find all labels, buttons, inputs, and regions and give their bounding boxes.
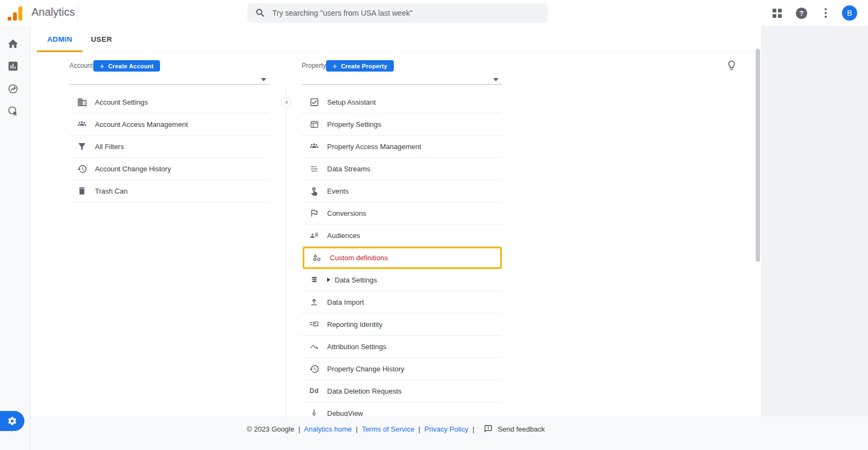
top-bar: Analytics ? B <box>0 0 868 26</box>
home-icon[interactable] <box>7 38 19 50</box>
events-item[interactable]: Events <box>302 180 502 202</box>
all-filters-item[interactable]: All Filters <box>69 136 270 158</box>
app-title: Analytics <box>31 6 75 18</box>
list-item-label: Audiences <box>327 232 360 240</box>
checklist-icon <box>308 97 320 107</box>
shapes-icon <box>311 253 323 263</box>
property-access-item[interactable]: Property Access Management <box>302 136 502 158</box>
search-input[interactable] <box>272 9 533 17</box>
history-icon <box>308 363 320 374</box>
list-item-label: Custom definitions <box>330 254 388 262</box>
privacy-policy-link[interactable]: Privacy Policy <box>424 425 468 433</box>
attribution-settings-item[interactable]: Attribution Settings <box>302 336 502 358</box>
reporting-identity-item[interactable]: Reporting Identity <box>302 313 502 336</box>
data-deletion-requests-item[interactable]: Dd Data Deletion Requests <box>302 380 502 402</box>
tap-icon <box>308 185 320 196</box>
list-item-label: Property Settings <box>327 120 381 128</box>
gear-icon <box>7 416 17 426</box>
upload-icon <box>308 297 320 307</box>
list-item-label: Reporting Identity <box>327 320 382 329</box>
data-streams-item[interactable]: Data Streams <box>302 158 502 180</box>
property-column-label: Property <box>302 62 326 69</box>
list-item-label: Property Access Management <box>327 143 421 151</box>
list-item-label: Trash Can <box>95 187 127 195</box>
trash-can-item[interactable]: Trash Can <box>69 180 270 202</box>
data-import-item[interactable]: Data Import <box>302 291 502 313</box>
people-icon <box>76 119 88 130</box>
more-menu-icon[interactable] <box>822 6 829 20</box>
tab-admin[interactable]: ADMIN <box>37 26 82 52</box>
page-background <box>761 26 868 416</box>
terms-of-service-link[interactable]: Terms of Service <box>362 425 414 433</box>
list-item-label: Attribution Settings <box>327 343 386 351</box>
audiences-item[interactable]: Audiences <box>302 224 502 247</box>
create-account-button[interactable]: + Create Account <box>93 60 160 72</box>
collapse-column-button[interactable] <box>281 97 291 107</box>
list-item-label: Conversions <box>327 209 366 217</box>
building-icon <box>76 97 88 107</box>
list-item-label: Account Access Management <box>95 120 188 128</box>
account-settings-item[interactable]: Account Settings <box>69 91 270 113</box>
list-item-label: Data Deletion Requests <box>327 387 401 395</box>
reports-icon[interactable] <box>7 60 19 72</box>
setup-assistant-item[interactable]: Setup Assistant <box>302 91 502 113</box>
streams-icon <box>308 163 320 174</box>
property-selector[interactable] <box>302 74 502 85</box>
identity-icon <box>308 319 320 330</box>
column-divider <box>286 87 286 416</box>
list-item-label: Account Settings <box>95 98 148 106</box>
list-item-label: Property Change History <box>327 365 404 373</box>
send-feedback-link[interactable]: Send feedback <box>498 425 545 433</box>
help-icon[interactable]: ? <box>796 8 807 19</box>
plus-icon: + <box>100 62 104 70</box>
copyright-text: © 2023 Google <box>247 425 295 433</box>
property-settings-item[interactable]: Property Settings <box>302 113 502 136</box>
admin-gear-button[interactable] <box>0 411 24 431</box>
account-selector[interactable] <box>69 74 270 85</box>
create-property-button[interactable]: + Create Property <box>326 60 394 72</box>
search-icon <box>255 8 266 18</box>
tab-bar: ADMIN USER <box>30 26 761 52</box>
lightbulb-icon[interactable] <box>726 60 737 71</box>
custom-definitions-item[interactable]: Custom definitions <box>303 247 502 269</box>
list-item-label: Setup Assistant <box>327 98 376 106</box>
arrow-right-icon <box>283 99 289 105</box>
conversions-item[interactable]: Conversions <box>302 202 502 224</box>
trash-icon <box>76 185 88 196</box>
expand-arrow-icon[interactable] <box>327 278 330 282</box>
filter-icon <box>76 141 88 152</box>
data-settings-item[interactable]: Data Settings <box>302 269 502 291</box>
people-icon <box>308 141 320 152</box>
analytics-home-link[interactable]: Analytics home <box>304 425 352 433</box>
divider <box>78 4 78 22</box>
attribution-icon <box>308 341 320 352</box>
advertising-icon[interactable] <box>7 105 19 117</box>
tab-user[interactable]: USER <box>82 26 120 52</box>
account-change-history-item[interactable]: Account Change History <box>69 158 270 180</box>
footer: © 2023 Google | Analytics home | Terms o… <box>30 416 868 450</box>
google-apps-icon[interactable] <box>773 9 782 18</box>
analytics-logo-icon[interactable] <box>8 5 22 21</box>
history-icon <box>76 163 88 174</box>
window-icon <box>308 119 320 130</box>
debug-icon <box>308 408 320 416</box>
debugview-item[interactable]: DebugView <box>302 402 502 416</box>
account-menu: Account Settings Account Access Manageme… <box>69 91 270 202</box>
list-item-label: All Filters <box>95 143 124 151</box>
database-icon <box>308 274 320 285</box>
account-access-item[interactable]: Account Access Management <box>69 113 270 136</box>
avatar[interactable]: B <box>842 5 857 21</box>
plus-icon: + <box>333 62 337 70</box>
list-item-label: Data Settings <box>335 276 377 284</box>
explore-icon[interactable] <box>7 83 19 95</box>
chevron-down-icon <box>261 78 266 81</box>
flag-icon <box>308 208 320 218</box>
list-item-label: Data Streams <box>327 165 370 173</box>
vertical-scrollbar[interactable] <box>756 49 760 262</box>
search-bar[interactable] <box>247 3 548 23</box>
feedback-icon <box>484 425 493 433</box>
list-item-label: DebugView <box>327 409 363 417</box>
list-item-label: Account Change History <box>95 165 171 173</box>
property-change-history-item[interactable]: Property Change History <box>302 358 502 380</box>
account-column-label: Account <box>69 62 93 69</box>
